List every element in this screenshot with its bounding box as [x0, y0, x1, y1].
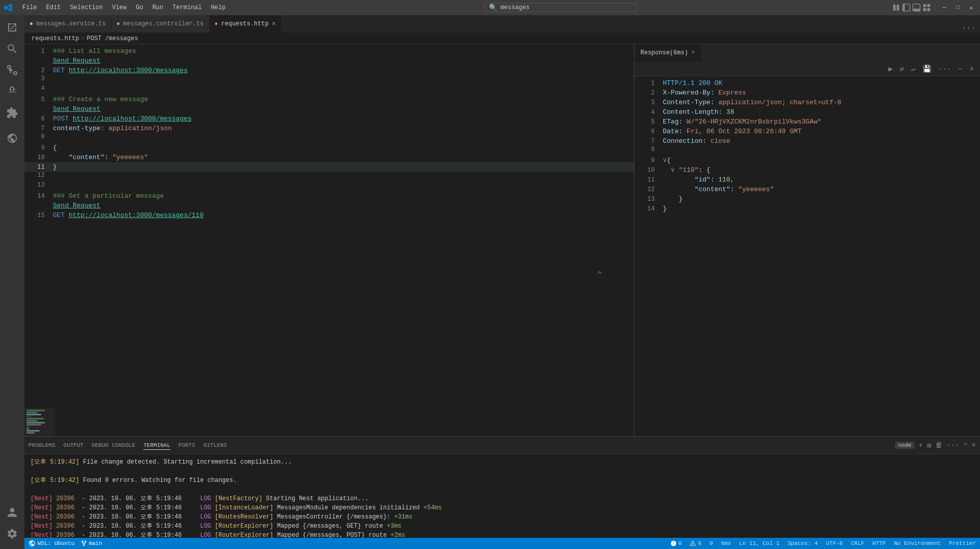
line-endings[interactable]: CRLF	[851, 540, 864, 546]
trash-icon[interactable]: 🗑	[935, 441, 942, 449]
url-link-2[interactable]: http://localhost:3000/messages	[73, 115, 192, 123]
status-bar-right: 0 0 0 6ms Ln 11, Col 1 Spaces: 4	[670, 540, 976, 546]
terminal-content[interactable]: [오후 5:19:42] File change detected. Start…	[24, 454, 980, 538]
panel-tab-debug-console[interactable]: DEBUG CONSOLE	[91, 441, 135, 449]
resp-line: 9 ∨{	[634, 156, 980, 165]
panel-tab-ports[interactable]: PORTS	[178, 441, 195, 449]
git-branch-status[interactable]: main	[81, 540, 102, 546]
menu-go[interactable]: Go	[132, 3, 147, 12]
plus-icon[interactable]: +	[918, 441, 923, 449]
prettier-status[interactable]: Prettier	[949, 540, 976, 546]
spaces[interactable]: Spaces: 4	[788, 540, 818, 546]
svg-rect-7	[927, 4, 930, 7]
response-size[interactable]: 6ms	[721, 540, 731, 546]
split-terminal-icon[interactable]: ⊞	[927, 441, 931, 450]
menu-view[interactable]: View	[108, 3, 131, 12]
url-link[interactable]: http://localhost:3000/messages	[69, 67, 188, 74]
svg-rect-1	[897, 5, 899, 11]
resp-line: 12 "content": "yeeeees"	[634, 185, 980, 194]
source-control-icon[interactable]	[2, 60, 22, 80]
more-options-icon[interactable]: ···	[936, 64, 953, 74]
line-col[interactable]: Ln 11, Col 1	[739, 540, 779, 546]
close-panel-icon[interactable]: ×	[972, 441, 976, 449]
response-time[interactable]: 0	[710, 540, 713, 546]
search-bar[interactable]: messages	[500, 4, 530, 11]
panel-tab-terminal[interactable]: TERMINAL	[143, 441, 170, 450]
tab-more-button[interactable]: ···	[957, 23, 980, 33]
settings-icon[interactable]	[2, 524, 22, 544]
code-line: 15 GET http://localhost:3000/messages/11…	[24, 210, 634, 220]
minimize-button[interactable]: ─	[939, 4, 949, 12]
explorer-icon[interactable]	[2, 17, 22, 38]
menu-selection[interactable]: Selection	[66, 3, 107, 12]
sidebar-icon[interactable]	[902, 4, 910, 12]
warning-count[interactable]: 0	[690, 540, 701, 546]
panel-tab-problems[interactable]: PROBLEMS	[28, 441, 55, 449]
tab-messages-service[interactable]: ● messages.service.ts	[24, 15, 111, 33]
code-line: 1 ### List all messages	[24, 46, 634, 56]
close-panel-icon[interactable]: ×	[968, 64, 976, 74]
menu-run[interactable]: Run	[148, 3, 168, 12]
term-line: [Nest] 20396 - 2023. 10. 06. 오후 5:19:46 …	[30, 522, 974, 531]
tab-close-icon[interactable]: ×	[272, 20, 276, 27]
panel-tab-output[interactable]: OUTPUT	[64, 441, 84, 449]
account-icon[interactable]	[2, 502, 22, 523]
run-icon[interactable]: ▶	[886, 64, 895, 74]
svg-rect-9	[927, 8, 930, 11]
code-line: 13	[24, 181, 634, 191]
term-line	[30, 467, 974, 476]
split-icon[interactable]: ⇄	[898, 64, 906, 74]
error-count-label: 0	[679, 540, 682, 546]
remote-icon[interactable]	[2, 128, 22, 148]
terminal-name-badge: node	[895, 442, 914, 449]
layout2-icon[interactable]	[923, 4, 931, 12]
search-icon[interactable]	[2, 39, 22, 59]
send-request-link-2[interactable]: Send Request	[53, 105, 101, 113]
error-count[interactable]: 0	[670, 540, 682, 546]
svg-rect-6	[923, 4, 926, 7]
menu-file[interactable]: File	[18, 3, 41, 12]
remote-status[interactable]: WSL: Ubuntu	[28, 540, 75, 547]
code-area[interactable]: 1 ### List all messages Send Request 2 G…	[24, 44, 634, 408]
response-tab[interactable]: Response(6ms) ×	[634, 44, 701, 62]
response-tab-close-icon[interactable]: ×	[691, 49, 695, 56]
more-terminal-icon[interactable]: ···	[946, 441, 959, 449]
maximize-button[interactable]: □	[953, 4, 963, 12]
tab-messages-controller[interactable]: ● messages.controller.ts	[111, 15, 209, 33]
save-icon[interactable]: 💾	[921, 64, 933, 74]
scroll-up-button[interactable]: ⌃	[597, 269, 602, 280]
wrap-icon[interactable]: ↵	[909, 64, 917, 74]
resp-line: 8	[634, 146, 980, 156]
warning-count-label: 0	[698, 540, 701, 546]
encoding[interactable]: UTF-8	[826, 540, 843, 546]
response-code-area[interactable]: 1 HTTP/1.1 200 OK 2 X-Powered-By: Expres…	[634, 76, 980, 436]
code-line: 5 ### Create a new message	[24, 95, 634, 104]
menu-terminal[interactable]: Terminal	[168, 3, 206, 12]
collapse-icon[interactable]: ∨	[663, 157, 667, 164]
menu-help[interactable]: Help	[207, 3, 230, 12]
code-line: 8	[24, 133, 634, 143]
menu-edit[interactable]: Edit	[42, 3, 65, 12]
minimize-panel-icon[interactable]: −	[956, 64, 964, 74]
send-request-link-3[interactable]: Send Request	[53, 202, 101, 209]
tab-requests-http[interactable]: ● requests.http ×	[209, 15, 282, 33]
language-mode[interactable]: HTTP	[872, 540, 885, 546]
line-endings-label: CRLF	[851, 540, 864, 546]
prettier-label: Prettier	[949, 540, 976, 546]
url-link-3[interactable]: http://localhost:3000/messages/110	[69, 211, 203, 219]
no-environment[interactable]: No Environment	[894, 540, 941, 546]
panel-tab-gitlens[interactable]: GITLENS	[203, 441, 227, 449]
collapse-icon-2[interactable]: ∨	[671, 166, 675, 174]
layout-icon[interactable]	[892, 4, 900, 12]
maximize-panel-icon[interactable]: ⌃	[963, 441, 967, 450]
debug-icon[interactable]	[2, 81, 22, 102]
close-button[interactable]: ✕	[966, 4, 976, 12]
send-request-link[interactable]: Send Request	[53, 57, 101, 65]
breadcrumb-file[interactable]: requests.http	[32, 35, 79, 42]
title-bar-right: ─ □ ✕	[892, 4, 976, 12]
panel-icon[interactable]	[912, 4, 921, 12]
term-line: [오후 5:19:42] Found 0 errors. Watching fo…	[30, 476, 974, 485]
breadcrumb-item[interactable]: POST /messages	[87, 35, 138, 42]
svg-rect-0	[893, 5, 896, 11]
extensions-icon[interactable]	[2, 103, 22, 123]
